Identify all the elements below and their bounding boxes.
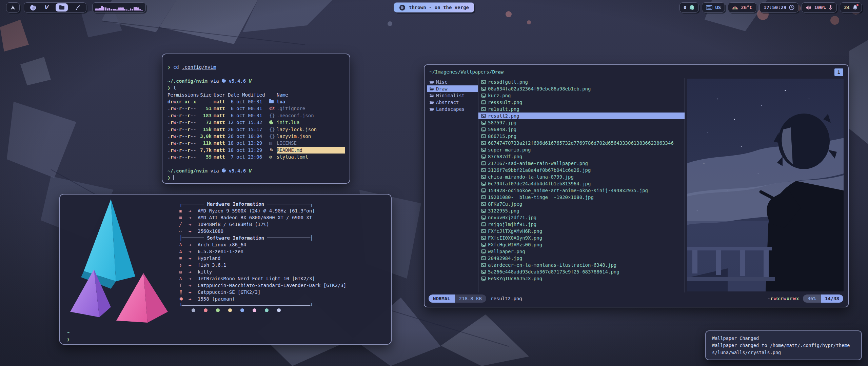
json-file-icon: {} xyxy=(269,126,275,133)
os-icon: Λ xyxy=(179,241,189,248)
image-file-icon xyxy=(481,147,486,152)
graph-bar xyxy=(107,8,108,11)
fetch-row-packages: ⬢→1558 (pacman) xyxy=(179,296,346,302)
gpu-icon: ▦ xyxy=(179,214,189,221)
file-row[interactable]: kurz.png xyxy=(478,92,685,99)
workspace-button-files[interactable] xyxy=(56,3,68,12)
prompt-tilde: ~ xyxy=(67,329,70,335)
git-file-icon: git xyxy=(269,105,274,112)
now-playing-widget[interactable]: thrown - on the verge xyxy=(394,2,474,13)
graph-bar xyxy=(114,9,116,11)
image-file-icon xyxy=(481,188,486,193)
json-file-icon: {} xyxy=(269,133,275,140)
sidebar-folder-landscapes[interactable]: Landscapes xyxy=(427,106,478,113)
graph-bar xyxy=(122,7,124,11)
workspace-button-vivaldi[interactable]: V xyxy=(42,4,50,11)
image-file-icon xyxy=(481,229,486,233)
file-row[interactable]: 217167-sad-anime-rain-wallpaper.png xyxy=(478,160,685,167)
keyboard-icon xyxy=(706,5,712,10)
rainbow-icon xyxy=(732,5,738,10)
file-row[interactable]: 596848.jpg xyxy=(478,126,685,133)
sidebar-folder-minimalist[interactable]: Minimalist xyxy=(427,92,478,99)
audio-module[interactable]: 100% xyxy=(802,2,837,13)
keyboard-layout-module[interactable]: US xyxy=(702,2,725,13)
wm-icon: ⊞ xyxy=(179,255,189,262)
graph-bar xyxy=(95,8,97,11)
file-manager-window[interactable]: ~/Imagenes/Wallpapers/Draw 1 MiscDrawMin… xyxy=(424,64,849,307)
file-row[interactable]: 5a266e448add93deab367d87173e9f25-6837886… xyxy=(478,268,685,275)
system-graph-widget[interactable] xyxy=(92,2,146,13)
weather-module[interactable]: 26°C xyxy=(728,2,756,13)
image-file-icon xyxy=(481,236,486,240)
workspace-button-brush[interactable] xyxy=(74,4,81,11)
file-row[interactable]: resssult.png xyxy=(478,99,685,106)
tab-badge[interactable]: 1 xyxy=(834,68,843,76)
notification-title: Wallpaper Changed xyxy=(712,335,855,342)
speaker-icon xyxy=(806,5,811,10)
file-row[interactable]: ressdfgult.png xyxy=(478,79,685,85)
image-file-icon xyxy=(481,86,486,91)
updates-module[interactable]: 0 xyxy=(679,2,699,13)
file-row[interactable]: 154928-odinokoe_anime-art-anime-okno-sin… xyxy=(478,187,685,194)
file-row[interactable]: 3122955.png xyxy=(478,207,685,214)
palette-dot xyxy=(192,308,195,312)
image-file-icon xyxy=(481,154,486,159)
graph-bar xyxy=(135,7,137,11)
palette-dot xyxy=(228,308,232,312)
terminal-window[interactable]: ❯ cd .config/nvim ~/.config/nvim via v5.… xyxy=(162,54,350,184)
image-file-icon xyxy=(481,100,486,105)
graph-bar xyxy=(132,9,133,11)
image-file-icon xyxy=(481,222,486,227)
folder-open-icon xyxy=(429,93,434,98)
launcher-button[interactable] xyxy=(6,2,20,13)
notification-popup[interactable]: Wallpaper Changed Wallpaper changed to /… xyxy=(705,330,862,360)
image-file-icon xyxy=(481,215,486,220)
file-row[interactable]: 587597.jpg xyxy=(478,119,685,126)
spotify-icon xyxy=(399,4,406,11)
file-row[interactable]: 0c794faf07de24a4db4d4fb1eb813964.jpg xyxy=(478,180,685,187)
sidebar-folder-misc[interactable]: Misc xyxy=(427,79,478,85)
arch-logo-icon xyxy=(10,4,16,11)
prompt-path-line: ~/.config/nvim via v5.4.6 V xyxy=(167,78,345,84)
file-row[interactable]: nnvuv0xj2df71.jpg xyxy=(478,214,685,221)
file-row[interactable]: wallpaper.png xyxy=(478,248,685,255)
folder-open-icon xyxy=(429,80,434,84)
image-file-icon xyxy=(481,181,486,186)
file-row[interactable]: FXfcHgcWIAMzs0G.png xyxy=(478,241,685,248)
file-row[interactable]: rsjqojlmjhf91.jpg xyxy=(478,221,685,228)
file-row[interactable]: re1sult.png xyxy=(478,106,685,113)
file-row[interactable]: super-mario.png xyxy=(478,146,685,153)
graph-bar xyxy=(126,9,127,11)
file-row[interactable]: 19201080-__blue-tinge__-1920×1080.jpg xyxy=(478,194,685,201)
preview-pane xyxy=(685,78,848,292)
sidebar-folder-abstract[interactable]: Abstract xyxy=(427,99,478,106)
clock-module[interactable]: 17:50:29 xyxy=(760,2,798,13)
fetch-terminal-window[interactable]: ┌Hardware Information┐▣→AMD Ryzen 9 5900… xyxy=(59,194,392,345)
shell-prompt[interactable]: ❯ xyxy=(167,174,345,181)
file-row[interactable]: atardecer-en-la-montanas-ilustracion-634… xyxy=(478,262,685,268)
shell-prompt[interactable]: ❯ xyxy=(67,337,70,342)
microphone-icon xyxy=(828,5,833,10)
file-row[interactable]: 68747470733a2f2f696d616765732d7769786d70… xyxy=(478,140,685,146)
image-file-icon xyxy=(481,161,486,166)
file-name: .gitignore xyxy=(277,105,345,112)
notifications-module[interactable]: 24 xyxy=(840,2,862,13)
file-row[interactable]: result2.png xyxy=(478,113,685,119)
file-row[interactable]: chica-mirando-la-luna-8799.jpg xyxy=(478,174,685,180)
file-row[interactable]: 3126f7e9bbf21a8a4af0b67b041c6e26.jpg xyxy=(478,167,685,174)
file-row[interactable]: 20492984.jpg xyxy=(478,255,685,262)
file-row[interactable]: 866715.png xyxy=(478,133,685,140)
file-row[interactable]: 8FKa7Cu.jpeg xyxy=(478,201,685,207)
file-row[interactable]: FXfcII0X0AQyn9X.png xyxy=(478,235,685,241)
graph-bars xyxy=(95,4,143,11)
file-row[interactable]: 87r687df.png xyxy=(478,153,685,160)
file-listing-row: .rw-r--r--3,0kmatt26 oct 10:04{}lazyvim.… xyxy=(167,133,345,140)
listing-header: Permissions Size User Date Modified Name xyxy=(167,92,345,98)
markdown-file-icon: M↓ xyxy=(269,148,274,152)
sidebar-folder-draw[interactable]: Draw xyxy=(427,85,478,92)
file-row[interactable]: 08a634fa02a32364f69ebc86a98eb1eb.png xyxy=(478,85,685,92)
workspace-button-firefox[interactable] xyxy=(29,4,37,11)
file-row[interactable]: EeNKYgIUcAAJ5JX.png xyxy=(478,275,685,282)
graph-bar xyxy=(97,8,99,11)
file-row[interactable]: FXfcJlTXgAMvH6R.png xyxy=(478,228,685,235)
